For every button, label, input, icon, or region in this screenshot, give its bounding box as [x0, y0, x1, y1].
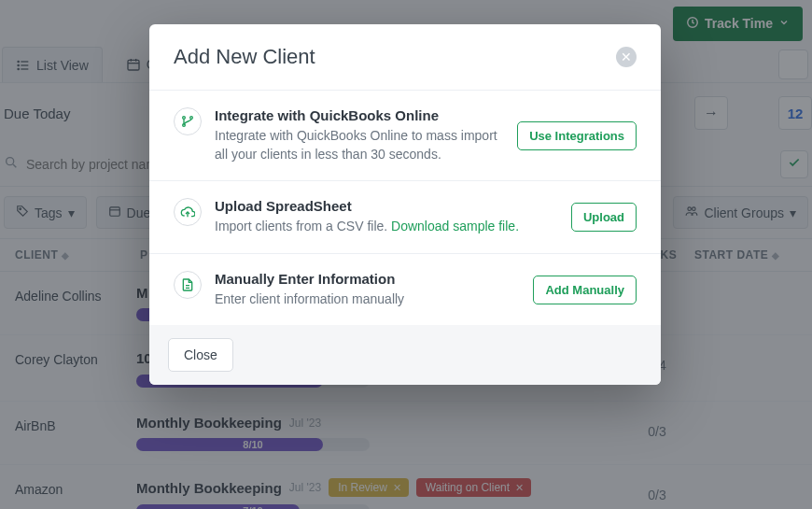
option-title: Integrate with QuickBooks Online: [215, 107, 504, 123]
download-sample-link[interactable]: Download sample file.: [391, 219, 519, 233]
option-action-button[interactable]: Add Manually: [533, 276, 637, 304]
modal-footer: Close: [149, 325, 661, 385]
modal-option: Integrate with QuickBooks OnlineIntegrat…: [149, 91, 661, 181]
add-client-modal: Add New Client ✕ Integrate with QuickBoo…: [149, 24, 661, 385]
modal-title: Add New Client: [174, 45, 315, 69]
option-text: Upload SpreadSheetImport clients from a …: [215, 198, 558, 236]
app-root: Track Time List View Calen Due: [0, 0, 812, 509]
option-desc: Import clients from a CSV file. Download…: [215, 218, 558, 236]
option-title: Manually Enter Information: [215, 271, 520, 287]
option-title: Upload SpreadSheet: [215, 198, 558, 214]
option-action-button[interactable]: Upload: [571, 203, 637, 232]
modal-option: Upload SpreadSheetImport clients from a …: [149, 181, 661, 254]
option-action-button[interactable]: Use Integrations: [517, 121, 637, 150]
close-button[interactable]: Close: [168, 338, 233, 372]
svg-point-20: [190, 117, 193, 120]
option-text: Integrate with QuickBooks OnlineIntegrat…: [215, 107, 504, 163]
cloud-upload-icon: [174, 198, 202, 226]
option-desc: Enter client information manually: [215, 290, 520, 309]
modal-header: Add New Client ✕: [149, 24, 661, 90]
option-text: Manually Enter InformationEnter client i…: [215, 271, 520, 309]
modal-option: Manually Enter InformationEnter client i…: [149, 254, 661, 326]
option-desc: Integrate with QuickBooks Online to mass…: [215, 127, 504, 163]
svg-point-18: [183, 117, 186, 120]
modal-close-x[interactable]: ✕: [616, 47, 637, 67]
close-icon: ✕: [621, 49, 632, 64]
branch-icon: [174, 107, 202, 135]
file-icon: [174, 271, 202, 299]
close-button-label: Close: [184, 347, 217, 362]
modal-body: Integrate with QuickBooks OnlineIntegrat…: [149, 90, 661, 325]
